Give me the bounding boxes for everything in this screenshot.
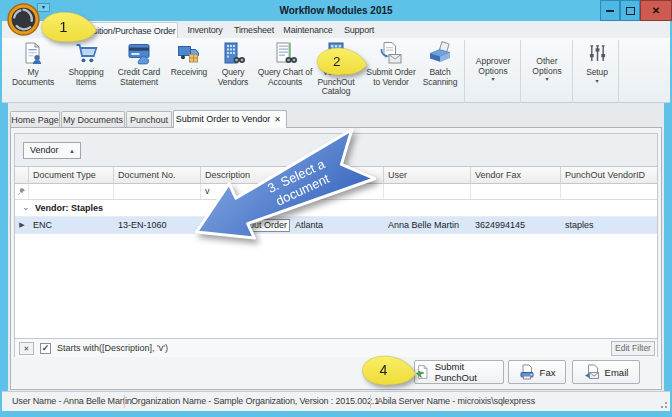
expand-icon[interactable]: ⌄: [22, 199, 30, 215]
list-binoculars-icon: [273, 40, 297, 66]
resize-grip[interactable]: [658, 399, 667, 408]
cell-user[interactable]: Anna Belle Martin: [384, 217, 475, 234]
group-row-label: Vendor: Staples: [35, 200, 103, 216]
status-separator: [370, 395, 371, 408]
select-document-arrow: 3. Select a document: [176, 138, 381, 250]
status-organization: Organization Name - Sample Organization,…: [131, 392, 379, 411]
callout-step-2: 2: [315, 47, 369, 76]
batch-scanning-label: Batch Scanning: [418, 68, 462, 87]
filter-cell-vendor-fax[interactable]: [471, 184, 561, 200]
tab-support[interactable]: Support: [338, 22, 380, 38]
submit-order-icon: [379, 40, 403, 66]
truck-icon: [177, 40, 201, 66]
status-server-name: Abila Server Name - microixis\sqlexpress: [377, 392, 535, 411]
chevron-down-icon: ▾: [491, 76, 494, 82]
submit-order-to-vendor-button[interactable]: Submit Order to Vendor: [366, 39, 416, 99]
row-indicator-icon: ▶: [15, 217, 29, 234]
cell-punchout-vendorid[interactable]: staples: [561, 217, 661, 234]
submit-punchout-icon: [415, 364, 430, 380]
scanner-icon: [428, 40, 452, 66]
tab-inventory[interactable]: Inventory: [182, 22, 228, 38]
window-title: Workflow Modules 2015: [0, 0, 672, 21]
other-options-button[interactable]: Other Options ▾: [523, 39, 571, 99]
email-label: Email: [605, 367, 629, 378]
app-logo-icon[interactable]: [7, 3, 40, 36]
close-icon: ✕: [24, 345, 30, 352]
close-button[interactable]: ✕: [640, 0, 672, 21]
submit-punchout-button[interactable]: Submit PunchOut: [414, 360, 504, 384]
filter-cell-user[interactable]: [384, 184, 471, 200]
callout-4-number: 4: [379, 362, 387, 378]
header-indicator-cell: [15, 167, 29, 184]
column-header-document-type[interactable]: Document Type: [29, 167, 114, 184]
edit-filter-button[interactable]: Edit Filter: [611, 341, 655, 356]
shopping-items-label: Shopping Items: [62, 68, 110, 87]
tab-maintenance[interactable]: Maintenance: [280, 22, 336, 38]
receiving-label: Receiving: [171, 68, 207, 78]
filter-row-indicator-cell: [15, 184, 29, 200]
email-icon: [584, 364, 600, 380]
setup-label: Setup: [586, 68, 608, 78]
status-bar: User Name - Anna Belle Martin Organizati…: [2, 391, 670, 411]
callout-1-number: 1: [59, 19, 67, 35]
status-user-name: User Name - Anna Belle Martin: [12, 392, 132, 411]
sliders-icon: [588, 40, 607, 66]
callout-2-number: 2: [333, 54, 340, 69]
chevron-down-icon: ▾: [545, 76, 548, 82]
my-documents-label: My Documents: [6, 68, 60, 87]
sort-ascending-icon: ▲: [69, 144, 75, 159]
maximize-icon: [626, 7, 635, 15]
status-separator: [124, 395, 125, 408]
column-header-vendor-fax[interactable]: Vendor Fax: [471, 167, 561, 184]
cell-document-type[interactable]: ENC: [29, 217, 118, 234]
doc-tab-punchout[interactable]: Punchout: [126, 111, 172, 127]
callout-step-4: 4: [361, 355, 417, 386]
fax-icon: [519, 364, 535, 380]
shopping-cart-icon: [74, 40, 98, 66]
receiving-button[interactable]: Receiving: [168, 39, 210, 99]
title-bar: Workflow Modules 2015 ▾ ✕: [0, 0, 672, 21]
filter-expression: Starts with([Description], 'v'): [57, 339, 168, 357]
approver-options-button[interactable]: Approver Options ▾: [468, 39, 518, 99]
minimize-button[interactable]: [600, 0, 620, 21]
credit-card-statement-label: Credit Card Statement: [112, 68, 166, 87]
remove-filter-button[interactable]: ✕: [19, 342, 34, 355]
filter-cell-document-type[interactable]: [29, 184, 114, 200]
ribbon-tab-strip: Requisition/Purchase Order Inventory Tim…: [2, 21, 670, 38]
approver-options-label: Approver Options: [468, 56, 518, 76]
fax-button[interactable]: Fax: [508, 360, 566, 384]
fax-label: Fax: [540, 367, 556, 378]
column-header-punchout-vendorid[interactable]: PunchOut VendorID: [561, 167, 657, 184]
filter-bar: ✕ ✓ Starts with([Description], 'v') Edit…: [15, 338, 657, 357]
credit-card-icon: [127, 40, 151, 66]
filter-pin-icon: [17, 187, 26, 196]
cell-vendor-fax[interactable]: 3624994145: [471, 217, 565, 234]
callout-step-1: 1: [38, 11, 100, 43]
group-by-vendor-label: Vendor: [30, 143, 59, 158]
my-documents-icon: [21, 40, 45, 66]
other-options-label: Other Options: [523, 56, 571, 76]
building-binoculars-icon: [221, 40, 245, 66]
doc-tab-home-page[interactable]: Home Page: [10, 111, 60, 127]
batch-scanning-button[interactable]: Batch Scanning: [418, 39, 462, 99]
maximize-button[interactable]: [620, 0, 640, 21]
filter-enabled-checkbox[interactable]: ✓: [40, 343, 51, 354]
filter-cell-punchout-vendorid[interactable]: [561, 184, 657, 200]
credit-card-statement-button[interactable]: Credit Card Statement: [112, 39, 166, 99]
doc-tab-my-documents[interactable]: My Documents: [61, 111, 125, 127]
column-header-user[interactable]: User: [384, 167, 471, 184]
submit-order-to-vendor-label: Submit Order to Vendor: [366, 68, 416, 87]
email-button[interactable]: Email: [572, 360, 640, 384]
doc-tab-submit-order-to-vendor[interactable]: Submit Order to Vendor ✕: [173, 110, 287, 128]
chevron-down-icon: ▾: [595, 78, 598, 84]
tab-timesheet[interactable]: Timesheet: [230, 22, 278, 38]
shopping-items-button[interactable]: Shopping Items: [62, 39, 110, 99]
group-by-vendor-button[interactable]: Vendor ▲: [23, 142, 81, 159]
query-vendors-button[interactable]: Query Vendors: [212, 39, 254, 99]
my-documents-button[interactable]: My Documents: [6, 39, 60, 99]
close-tab-icon[interactable]: ✕: [274, 111, 281, 128]
minimize-icon: [606, 10, 614, 12]
close-icon: ✕: [652, 6, 660, 16]
application-window: Workflow Modules 2015 ▾ ✕ Requisition/Pu…: [0, 0, 672, 417]
setup-button[interactable]: Setup ▾: [578, 39, 616, 99]
